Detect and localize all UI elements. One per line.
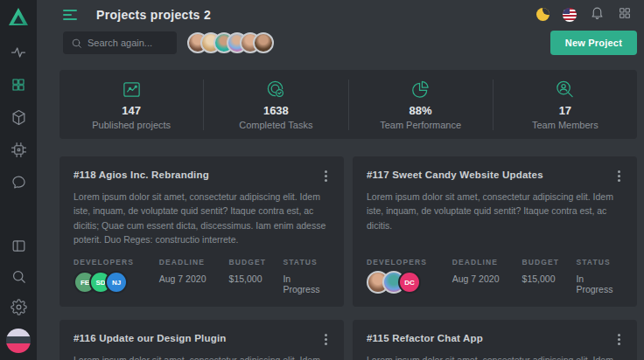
status-label: STATUS [576,258,623,267]
stat-team-members: 17 Team Members [494,80,637,130]
budget-value: $15,000 [522,273,577,284]
stat-value: 88% [410,104,432,117]
deadline-label: DEADLINE [159,258,229,267]
layout-icon[interactable] [10,237,27,254]
search-icon [71,38,82,49]
stat-label: Team Performance [380,120,461,130]
sidebar-bottom-nav [6,237,31,353]
header-icons [536,5,632,24]
budget-label: BUDGET [522,258,577,267]
more-options-icon[interactable] [321,333,330,345]
budget-label: BUDGET [229,258,284,267]
title-bar: Projects projects 2 [37,0,644,24]
project-card[interactable]: #118 Agios Inc. Rebranding Lorem ipsum d… [60,156,344,307]
grid-icon[interactable] [10,76,27,93]
toolbar: New Project [37,24,644,55]
card-description: Lorem ipsum dolor sit amet, consectetur … [367,353,623,360]
developer-avatar-group: DC [367,271,452,294]
project-card[interactable]: #117 Sweet Candy Website Updates Lorem i… [353,156,637,307]
apps-grid-icon[interactable] [618,6,632,24]
sidebar [0,0,37,360]
avatar[interactable] [253,32,274,53]
chart-box-icon [122,80,142,100]
stat-value: 17 [559,104,571,117]
more-options-icon[interactable] [321,170,330,182]
more-options-icon[interactable] [614,333,623,345]
card-footer: DEVELOPERS DC DEADLINE Aug 7 2020 BUDGET… [367,246,623,294]
search-box[interactable] [63,31,177,54]
stat-completed-tasks: 1638 Completed Tasks [204,80,348,130]
stat-label: Published projects [92,120,171,130]
chip-icon[interactable] [10,141,27,158]
status-value: In Progress [576,273,623,294]
member-search-icon [555,80,575,100]
avatar[interactable]: DC [398,271,421,294]
stat-team-performance: 88% Team Performance [349,80,494,130]
dark-mode-moon-icon[interactable] [536,8,550,21]
stat-label: Team Members [532,120,598,130]
developers-label: DEVELOPERS [74,258,159,267]
search-icon[interactable] [10,267,27,285]
notifications-bell-icon[interactable] [590,5,605,24]
team-avatar-group [187,32,274,53]
deadline-label: DEADLINE [452,258,522,267]
sidebar-nav [10,44,27,190]
search-input[interactable] [88,38,169,48]
developer-avatar-group: FESDNJ [74,271,159,294]
stat-value: 147 [122,104,141,117]
pie-chart-icon [410,80,430,100]
card-title: #117 Sweet Candy Website Updates [367,170,543,180]
deadline-value: Aug 7 2020 [159,273,229,284]
developers-label: DEVELOPERS [367,258,452,267]
card-footer: DEVELOPERS FESDNJ DEADLINE Aug 7 2020 BU… [74,246,330,294]
page-title: Projects projects 2 [96,8,211,22]
card-description: Lorem ipsum dolor sit amet, consectetur … [74,190,330,246]
card-title: #116 Update our Design Plugin [74,333,227,343]
settings-icon[interactable] [10,298,27,315]
project-card[interactable]: #116 Update our Design Plugin Lorem ipsu… [60,320,344,360]
stat-published-projects: 147 Published projects [60,80,204,130]
cube-icon[interactable] [10,108,27,126]
card-title: #118 Agios Inc. Rebranding [74,170,209,180]
card-description: Lorem ipsum dolor sit amet, consectetur … [367,190,623,232]
budget-value: $15,000 [229,273,284,284]
ripple-check-icon [266,80,286,100]
deadline-value: Aug 7 2020 [452,273,522,284]
avatar[interactable]: NJ [105,271,128,294]
user-avatar[interactable] [6,329,31,353]
stats-panel: 147 Published projects 1638 Completed Ta… [60,70,637,139]
app-logo-icon[interactable] [8,7,29,30]
language-us-flag-icon[interactable] [563,8,577,22]
stat-label: Completed Tasks [239,120,312,130]
status-value: In Progress [283,273,330,294]
stat-value: 1638 [263,104,289,117]
project-card[interactable]: #115 Refactor Chat App Lorem ipsum dolor… [353,320,637,360]
more-options-icon[interactable] [614,170,623,182]
chat-icon[interactable] [10,173,27,190]
activity-icon[interactable] [10,44,27,61]
card-title: #115 Refactor Chat App [367,333,483,343]
project-cards-grid: #118 Agios Inc. Rebranding Lorem ipsum d… [60,156,637,360]
card-description: Lorem ipsum dolor sit amet, consectetur … [74,353,330,360]
menu-toggle-icon[interactable] [63,10,77,20]
status-label: STATUS [283,258,330,267]
new-project-button[interactable]: New Project [550,31,637,55]
main-area: Projects projects 2 New Project 147 Publ… [37,0,644,360]
